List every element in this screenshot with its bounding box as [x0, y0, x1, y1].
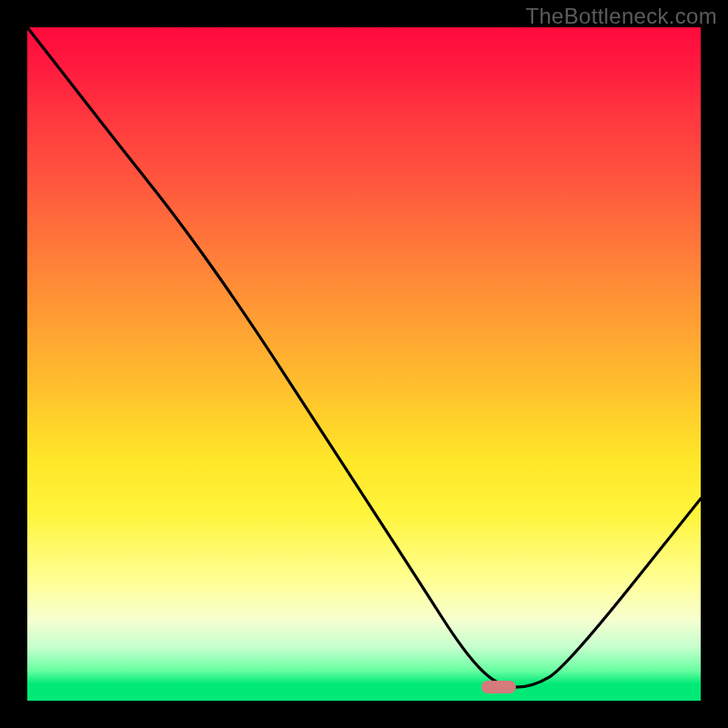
bottleneck-curve — [27, 27, 701, 687]
optimum-marker — [481, 681, 516, 693]
curve-layer — [27, 27, 701, 701]
watermark-text: TheBottleneck.com — [525, 4, 717, 29]
chart-frame: TheBottleneck.com — [0, 0, 728, 728]
